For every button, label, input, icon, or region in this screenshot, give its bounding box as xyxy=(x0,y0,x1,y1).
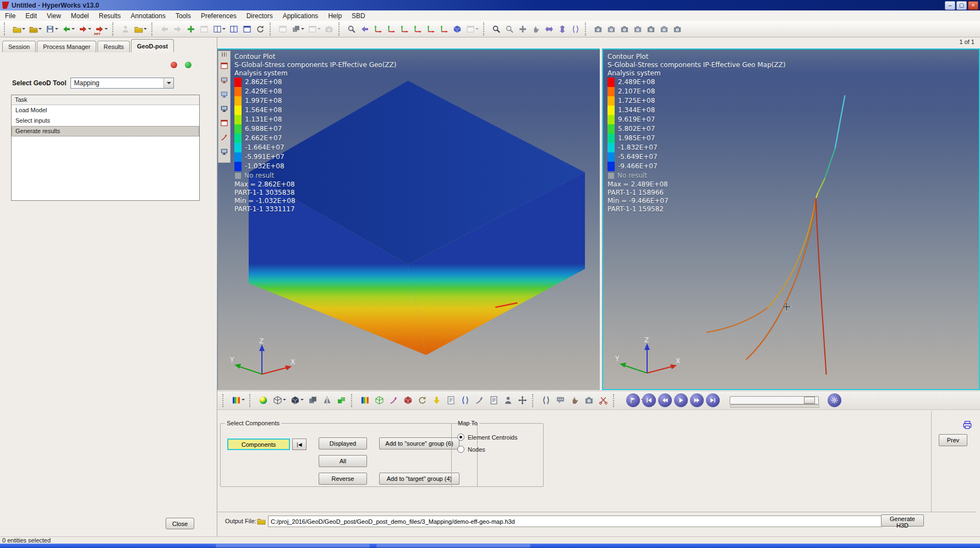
tracking-systems-icon[interactable] xyxy=(473,394,486,407)
dropdown-arrow-icon[interactable] xyxy=(222,28,226,31)
toolbar-grip[interactable] xyxy=(222,52,227,57)
wireframe-mode-icon[interactable] xyxy=(271,394,284,407)
build-plots-icon[interactable] xyxy=(458,394,472,407)
slider-handle[interactable] xyxy=(804,397,815,404)
center-point-icon[interactable] xyxy=(517,23,529,35)
export-image-icon[interactable] xyxy=(220,75,229,85)
fit-view-icon[interactable] xyxy=(346,23,358,35)
all-button[interactable]: All xyxy=(319,455,367,467)
replace-model-icon[interactable] xyxy=(254,23,266,35)
deformed-shape-icon[interactable] xyxy=(415,394,429,407)
probe-tool-icon[interactable] xyxy=(220,132,229,142)
capture-settings-icon[interactable] xyxy=(658,23,670,35)
abort-button[interactable] xyxy=(171,62,177,68)
capture-page-icon[interactable] xyxy=(220,61,229,70)
copy-page-icon[interactable] xyxy=(277,23,289,35)
export-ppt-icon[interactable]: PPT xyxy=(94,23,106,35)
add-target-group-button[interactable]: Add to "target" group (4) xyxy=(379,473,459,485)
screen-icon[interactable] xyxy=(220,146,229,156)
dropdown-arrow-icon[interactable] xyxy=(88,28,91,31)
tab-results[interactable]: Results xyxy=(97,41,130,52)
vector-plot-icon[interactable] xyxy=(387,394,400,407)
render-mode-icon[interactable] xyxy=(256,394,270,407)
zoom-in-icon[interactable] xyxy=(490,23,502,35)
help-button[interactable] xyxy=(185,62,191,68)
displayed-button[interactable]: Displayed xyxy=(319,437,367,450)
menu-item-directors[interactable]: Directors xyxy=(242,10,278,21)
previous-frame-button[interactable] xyxy=(658,393,672,407)
title-bar[interactable]: Untitled - HyperWorks v13.0 –▢× xyxy=(0,0,980,10)
menu-item-applications[interactable]: Applications xyxy=(278,10,324,21)
panel-frame-icon[interactable] xyxy=(220,118,229,128)
dropdown-arrow-icon[interactable] xyxy=(55,28,58,31)
capture-window-icon[interactable] xyxy=(632,23,644,35)
menu-item-results[interactable]: Results xyxy=(94,10,126,21)
mask-elements-icon[interactable] xyxy=(335,394,348,407)
circle-zoom-icon[interactable] xyxy=(503,23,516,35)
dropdown-arrow-icon[interactable] xyxy=(39,28,42,31)
new-session-icon[interactable] xyxy=(11,23,23,35)
menu-item-help[interactable]: Help xyxy=(323,10,347,21)
view-yz-icon[interactable] xyxy=(438,23,450,35)
dropdown-arrow-icon[interactable] xyxy=(300,399,304,402)
menu-item-annotations[interactable]: Annotations xyxy=(126,10,171,21)
page-window-layout-icon[interactable] xyxy=(211,23,223,35)
tensor-plot-icon[interactable] xyxy=(401,394,414,407)
query-results-icon[interactable] xyxy=(444,394,457,407)
rotate-horizontal-icon[interactable] xyxy=(543,23,555,35)
swap-windows-icon[interactable] xyxy=(228,23,240,35)
view-zy-icon[interactable] xyxy=(425,23,437,35)
animation-mode-button[interactable] xyxy=(626,393,640,407)
next-frame-button[interactable] xyxy=(690,393,704,407)
windows-taskbar[interactable] xyxy=(0,544,980,548)
first-frame-button[interactable] xyxy=(642,393,656,407)
menu-item-model[interactable]: Model xyxy=(66,10,94,21)
dropdown-arrow-icon[interactable] xyxy=(475,28,479,31)
load-results-icon[interactable] xyxy=(133,23,145,35)
tab-geod-post[interactable]: GeoD-post xyxy=(131,39,174,52)
dropdown-arrow-icon[interactable] xyxy=(242,399,245,402)
entity-attributes-icon[interactable] xyxy=(501,394,514,407)
map-to-option-nodes[interactable]: Nodes xyxy=(457,446,539,453)
print-panel-icon[interactable] xyxy=(961,420,973,430)
expand-window-icon[interactable] xyxy=(241,23,253,35)
dropdown-arrow-icon[interactable] xyxy=(144,28,147,31)
capture-region-icon[interactable] xyxy=(618,23,631,35)
menu-item-tools[interactable]: Tools xyxy=(171,10,196,21)
last-frame-button[interactable] xyxy=(706,393,720,407)
shaded-mode-icon[interactable] xyxy=(288,394,302,407)
geod-tool-select[interactable]: Mapping xyxy=(70,78,174,89)
dropdown-arrow-icon[interactable] xyxy=(22,28,25,31)
open-session-icon[interactable] xyxy=(28,23,40,35)
capture-image-icon[interactable] xyxy=(592,23,604,35)
copy-window-icon[interactable] xyxy=(290,23,302,35)
copy-model-icon[interactable] xyxy=(306,394,319,407)
user-view-icon[interactable] xyxy=(464,23,477,35)
task-row-load-model[interactable]: Load Model xyxy=(12,105,199,116)
page-forward-icon[interactable] xyxy=(172,23,184,35)
viewport-left[interactable]: Contour PlotS-Global-Stress components I… xyxy=(217,48,600,390)
viewport-right[interactable]: Contour PlotS-Global-Stress components I… xyxy=(602,48,980,390)
view-yx-icon[interactable] xyxy=(385,23,397,35)
view-xy-icon[interactable] xyxy=(372,23,384,35)
paste-window-icon[interactable] xyxy=(306,23,319,35)
task-row-generate-results[interactable]: Generate results xyxy=(12,126,199,136)
menu-item-file[interactable]: File xyxy=(0,10,20,21)
capture-video-icon[interactable] xyxy=(605,23,617,35)
add-source-group-button[interactable]: Add to "source" group (6) xyxy=(379,437,459,450)
shape-morph-icon[interactable] xyxy=(568,394,581,407)
dropdown-arrow-icon[interactable] xyxy=(72,28,75,31)
menu-item-preferences[interactable]: Preferences xyxy=(196,10,242,21)
view-xz-icon[interactable] xyxy=(398,23,410,35)
panels-dark-icon[interactable] xyxy=(220,103,229,113)
map-to-option-element-centroids[interactable]: Element Centroids xyxy=(457,434,539,441)
radio-icon[interactable] xyxy=(457,446,464,453)
notes-icon[interactable] xyxy=(487,394,500,407)
expression-builder-icon[interactable] xyxy=(539,394,552,407)
pan-hand-icon[interactable] xyxy=(530,23,542,35)
iso-view-icon[interactable] xyxy=(451,23,463,35)
save-session-icon[interactable] xyxy=(44,23,56,35)
taskbar-button[interactable] xyxy=(376,544,530,547)
add-page-icon[interactable] xyxy=(185,23,197,35)
tab-session[interactable]: Session xyxy=(2,41,36,52)
